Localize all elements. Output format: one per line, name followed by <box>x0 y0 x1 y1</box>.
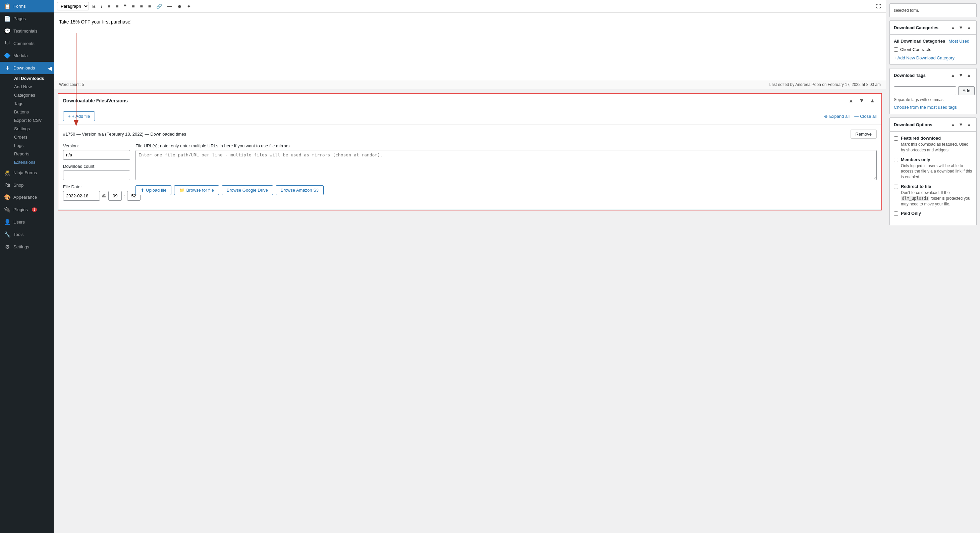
categories-label: Categories <box>14 93 35 98</box>
option-members-text: Members only Only logged in users will b… <box>901 157 972 180</box>
category-label[interactable]: Client Contracts <box>900 47 931 52</box>
tags-choose-link[interactable]: Choose from the most used tags <box>894 105 957 110</box>
italic-button[interactable]: I <box>99 2 104 10</box>
align-left-button[interactable]: ≡ <box>130 2 137 10</box>
tags-toggle-button[interactable]: ▲ <box>966 72 972 78</box>
bold-button[interactable]: B <box>90 2 98 10</box>
browse-google-drive-button[interactable]: Browse Google Drive <box>222 185 273 195</box>
option-featured-checkbox[interactable] <box>894 136 898 140</box>
option-paid-checkbox[interactable] <box>894 211 898 216</box>
fullscreen-button[interactable]: ⛶ <box>874 2 883 10</box>
unordered-list-button[interactable]: ≡ <box>106 2 112 10</box>
sidebar-item-reports[interactable]: Reports <box>10 150 54 158</box>
tools-icon: 🔧 <box>4 231 11 238</box>
red-arrow <box>74 33 78 129</box>
close-all-link[interactable]: — Close all <box>854 114 877 119</box>
add-new-category-link[interactable]: + Add New Download Category <box>894 55 955 61</box>
sidebar-item-pages[interactable]: 📄 Pages <box>0 13 54 25</box>
sidebar-item-testimonials[interactable]: 💬 Testimonials <box>0 25 54 37</box>
sidebar-item-tags[interactable]: Tags <box>10 99 54 108</box>
category-checkbox[interactable] <box>894 47 898 52</box>
options-down-button[interactable]: ▼ <box>958 121 964 128</box>
options-toggle-button[interactable]: ▲ <box>966 121 972 128</box>
users-icon: 👤 <box>4 219 11 225</box>
sidebar-item-tools[interactable]: 🔧 Tools <box>0 228 54 241</box>
download-count-input[interactable] <box>63 171 130 180</box>
tags-add-button[interactable]: Add <box>958 86 975 95</box>
sidebar-item-ninja-forms[interactable]: 🥷 Ninja Forms <box>0 166 54 179</box>
sidebar-item-settings[interactable]: Settings <box>10 124 54 133</box>
add-file-button[interactable]: + + Add file <box>63 112 95 121</box>
align-right-button[interactable]: ≡ <box>146 2 153 10</box>
files-section-title: Downloadable Files/Versions <box>63 98 128 104</box>
upload-file-button[interactable]: ⬆ Upload file <box>135 185 171 195</box>
link-button[interactable]: 🔗 <box>154 2 164 10</box>
tags-down-button[interactable]: ▼ <box>958 72 964 78</box>
files-toggle-button[interactable]: ▲ <box>868 97 877 104</box>
sidebar-item-forms[interactable]: 📋 Forms <box>0 0 54 13</box>
all-downloads-label: All Downloads <box>14 76 44 81</box>
sidebar-item-extensions[interactable]: Extensions <box>10 158 54 166</box>
categories-toggle-button[interactable]: ▲ <box>966 24 972 31</box>
options-up-button[interactable]: ▲ <box>950 121 956 128</box>
comments-icon: 🗨 <box>4 40 11 46</box>
special-btn[interactable]: ✦ <box>185 2 193 10</box>
option-redirect-checkbox[interactable] <box>894 185 898 189</box>
sidebar-item-plugins[interactable]: 🔌 Plugins 1 <box>0 203 54 216</box>
sidebar-item-label: Comments <box>13 41 35 46</box>
editor-content[interactable]: Take 15% OFF your first purchase! <box>54 13 886 80</box>
sidebar-item-add-new[interactable]: Add New <box>10 83 54 91</box>
sidebar-item-downloads[interactable]: ⬇ Downloads ◀ <box>0 62 54 74</box>
sidebar-item-shop[interactable]: 🛍 Shop <box>0 179 54 191</box>
sidebar-item-export-csv[interactable]: Export to CSV <box>10 116 54 124</box>
download-categories-controls: ▲ ▼ ▲ <box>950 24 972 31</box>
tab-all-categories[interactable]: All Download Categories <box>894 38 945 44</box>
categories-up-button[interactable]: ▲ <box>950 24 956 31</box>
categories-down-button[interactable]: ▼ <box>958 24 964 31</box>
colon-separator: : <box>124 193 125 198</box>
hr-button[interactable]: — <box>165 2 174 10</box>
align-center-button[interactable]: ≡ <box>138 2 145 10</box>
option-featured: Featured download Mark this download as … <box>894 136 972 153</box>
ordered-list-button[interactable]: ≡ <box>114 2 120 10</box>
files-collapse-down-button[interactable]: ▼ <box>857 97 866 104</box>
version-label: Version: <box>63 143 130 148</box>
sidebar-item-all-downloads[interactable]: All Downloads <box>10 74 54 83</box>
option-members-checkbox[interactable] <box>894 158 898 162</box>
remove-button[interactable]: Remove <box>851 129 877 139</box>
paragraph-select[interactable]: Paragraph <box>57 2 89 10</box>
plugins-badge: 1 <box>32 207 37 212</box>
file-date-row: @ : <box>63 191 130 201</box>
version-input[interactable] <box>63 150 130 160</box>
sidebar-item-comments[interactable]: 🗨 Comments <box>0 37 54 49</box>
sidebar-item-orders[interactable]: Orders <box>10 133 54 141</box>
categories-tabs: All Download Categories Most Used <box>894 38 972 44</box>
selected-form-body: selected form. <box>890 4 976 17</box>
files-collapse-up-button[interactable]: ▲ <box>846 97 855 104</box>
download-categories-header: Download Categories ▲ ▼ ▲ <box>890 21 976 35</box>
sidebar-item-logs[interactable]: Logs <box>10 141 54 150</box>
tags-input[interactable] <box>894 86 956 95</box>
browse-amazon-s3-button[interactable]: Browse Amazon S3 <box>276 185 324 195</box>
time-hours-input[interactable] <box>108 191 122 201</box>
tags-up-button[interactable]: ▲ <box>950 72 956 78</box>
selected-form-box: selected form. <box>889 3 977 17</box>
sidebar-item-modula[interactable]: 🔷 Modula <box>0 49 54 62</box>
downloads-icon: ⬇ <box>4 65 11 71</box>
sidebar-item-buttons[interactable]: Buttons <box>10 108 54 116</box>
sidebar-item-categories[interactable]: Categories <box>10 91 54 99</box>
sidebar-item-bottom-settings[interactable]: ⚙ Settings <box>0 241 54 253</box>
tab-most-used[interactable]: Most Used <box>948 38 969 44</box>
file-url-textarea[interactable] <box>135 150 877 180</box>
table-button[interactable]: ⊞ <box>175 2 183 10</box>
sidebar-item-appearance[interactable]: 🎨 Appearance <box>0 191 54 203</box>
blockquote-button[interactable]: ❝ <box>122 2 129 10</box>
file-date-input[interactable] <box>63 191 100 201</box>
tags-input-row: Add <box>894 86 972 95</box>
tags-choose-row: Choose from the most used tags <box>894 105 972 110</box>
expand-all-link[interactable]: ⊕ Expand all <box>824 114 850 119</box>
sidebar-item-users[interactable]: 👤 Users <box>0 216 54 228</box>
tags-label: Tags <box>14 101 23 106</box>
editor-footer: Word count: 5 Last edited by Andreea Pop… <box>54 80 886 89</box>
browse-for-file-button[interactable]: 📁 Browse for file <box>174 185 219 195</box>
